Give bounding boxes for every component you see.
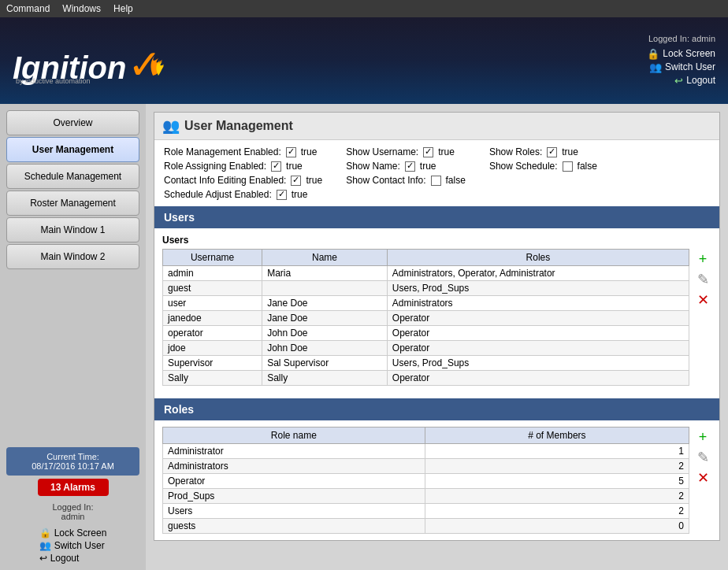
config-col-2: Show Username: true Show Name: true Show… — [346, 146, 466, 200]
col-username: Username — [163, 250, 262, 266]
table-row[interactable]: guests0 — [163, 519, 689, 534]
table-row[interactable]: Users2 — [163, 504, 689, 519]
panel-title: User Management — [184, 119, 293, 133]
role-cell-members: 1 — [425, 444, 689, 459]
table-row[interactable]: operatorJohn DoeOperator — [163, 326, 689, 341]
sidebar-actions: 🔒 Lock Screen 👥 Switch User ↩ Logout — [39, 527, 107, 564]
config-role-assigning-label: Role Assigning Enabled: — [164, 161, 266, 172]
sidebar-item-user-management[interactable]: User Management — [6, 137, 139, 162]
table-row[interactable]: Prod_Sups2 — [163, 489, 689, 504]
sidebar-item-main-window-2[interactable]: Main Window 2 — [6, 244, 139, 269]
sidebar-item-schedule-management[interactable]: Schedule Management — [6, 164, 139, 189]
current-time-box: Current Time: 08/17/2016 10:17 AM — [6, 447, 139, 476]
show-schedule-checkbox[interactable] — [563, 161, 573, 172]
config-show-schedule: Show Schedule: false — [489, 161, 597, 172]
sidebar-lock-screen[interactable]: 🔒 Lock Screen — [39, 527, 107, 539]
sidebar-switch-icon: 👥 — [39, 540, 51, 551]
table-row[interactable]: SupervisorSal SupervisorUsers, Prod_Sups — [163, 356, 689, 371]
role-cell-name: guests — [163, 519, 425, 534]
config-role-mgmt: Role Management Enabled: true — [164, 146, 322, 157]
role-cell-members: 2 — [425, 504, 689, 519]
sidebar-item-roster-management[interactable]: Roster Management — [6, 191, 139, 216]
sidebar-item-overview[interactable]: Overview — [6, 110, 139, 135]
show-roles-checkbox[interactable] — [547, 147, 557, 157]
sidebar-item-main-window-1[interactable]: Main Window 1 — [6, 217, 139, 242]
show-username-checkbox[interactable] — [423, 147, 433, 157]
config-col-3: Show Roles: true Show Schedule: false — [489, 146, 597, 200]
roles-table-buttons: + ✎ ✕ — [694, 427, 711, 534]
col-members: # of Members — [425, 428, 689, 444]
show-contact-checkbox[interactable] — [431, 176, 441, 186]
table-row[interactable]: adminMariaAdministrators, Operator, Admi… — [163, 266, 689, 281]
header: Ignition ✓ by inductive automation Logge… — [0, 17, 728, 104]
user-cell-roles: Administrators — [387, 296, 689, 311]
config-show-roles-label: Show Roles: — [489, 146, 542, 157]
contact-info-checkbox[interactable] — [291, 176, 301, 186]
role-assigning-checkbox[interactable] — [271, 161, 281, 172]
table-row[interactable]: Administrator1 — [163, 444, 689, 459]
user-cell-username: admin — [163, 266, 262, 281]
table-row[interactable]: janedoeJane DoeOperator — [163, 311, 689, 326]
user-cell-username: jdoe — [163, 341, 262, 356]
delete-role-button[interactable]: ✕ — [694, 469, 711, 487]
users-table-header: Users — [162, 235, 711, 246]
user-cell-roles: Operator — [387, 311, 689, 326]
users-table: Username Name Roles adminMariaAdministra… — [162, 249, 689, 386]
delete-user-button[interactable]: ✕ — [694, 291, 711, 309]
sidebar-switch-user[interactable]: 👥 Switch User — [39, 540, 105, 551]
table-row[interactable]: Operator5 — [163, 474, 689, 489]
user-cell-name: Maria — [262, 266, 388, 281]
menu-help[interactable]: Help — [113, 3, 133, 14]
user-cell-name: John Doe — [262, 341, 388, 356]
logout-icon: ↩ — [674, 75, 683, 87]
edit-role-button[interactable]: ✎ — [694, 449, 711, 466]
header-logout-label: Logout — [686, 75, 715, 86]
table-row[interactable]: userJane DoeAdministrators — [163, 296, 689, 311]
user-cell-username: Supervisor — [163, 356, 262, 371]
logo-subtitle: by inductive automation — [16, 77, 91, 85]
logo-flame-svg — [147, 36, 170, 80]
roles-section-header: Roles — [154, 398, 719, 420]
show-name-checkbox[interactable] — [405, 161, 415, 172]
roles-section-inner: Role name # of Members Administrator1Adm… — [154, 420, 719, 540]
header-logout[interactable]: ↩ Logout — [647, 75, 715, 87]
sidebar-switch-label: Switch User — [54, 540, 105, 551]
config-show-roles: Show Roles: true — [489, 146, 597, 157]
user-cell-username: Sally — [163, 371, 262, 386]
alarms-button[interactable]: 13 Alarms — [38, 479, 109, 496]
user-cell-name: Jane Doe — [262, 296, 388, 311]
header-lock-screen[interactable]: 🔒 Lock Screen — [647, 48, 715, 60]
config-col-1: Role Management Enabled: true Role Assig… — [164, 146, 322, 200]
current-time-label: Current Time: — [13, 452, 133, 461]
user-cell-roles: Operator — [387, 326, 689, 341]
roles-table-container: Role name # of Members Administrator1Adm… — [162, 427, 711, 534]
add-user-button[interactable]: + — [694, 250, 711, 268]
table-row[interactable]: guestUsers, Prod_Sups — [163, 281, 689, 296]
table-row[interactable]: Administrators2 — [163, 459, 689, 474]
panel-icon: 👥 — [162, 117, 180, 135]
table-row[interactable]: SallySallyOperator — [163, 371, 689, 386]
config-show-username: Show Username: true — [346, 146, 466, 157]
table-row[interactable]: jdoeJohn DoeOperator — [163, 341, 689, 356]
sidebar-lock-label: Lock Screen — [54, 527, 107, 539]
sidebar-logged-in-user: admin — [53, 512, 94, 521]
role-mgmt-checkbox[interactable] — [286, 147, 296, 157]
current-time-value: 08/17/2016 10:17 AM — [13, 461, 133, 471]
user-cell-username: janedoe — [163, 311, 262, 326]
schedule-adjust-checkbox[interactable] — [277, 190, 287, 200]
header-lock-label: Lock Screen — [663, 48, 715, 59]
logo-area: Ignition ✓ by inductive automation — [13, 36, 170, 85]
menu-windows[interactable]: Windows — [62, 3, 101, 14]
role-cell-name: Prod_Sups — [163, 489, 425, 504]
header-switch-user[interactable]: 👥 Switch User — [647, 61, 715, 73]
config-show-name-label: Show Name: — [346, 161, 400, 172]
user-management-panel: 👥 User Management Role Management Enable… — [154, 112, 720, 541]
menu-command[interactable]: Command — [6, 3, 50, 14]
user-cell-name — [262, 281, 388, 296]
sidebar-logout[interactable]: ↩ Logout — [39, 553, 80, 564]
config-contact-info-value: true — [306, 175, 322, 186]
add-role-button[interactable]: + — [694, 428, 711, 446]
edit-user-button[interactable]: ✎ — [694, 271, 711, 288]
role-cell-members: 5 — [425, 474, 689, 489]
sidebar-logged-in-label: Logged In: — [53, 502, 94, 512]
